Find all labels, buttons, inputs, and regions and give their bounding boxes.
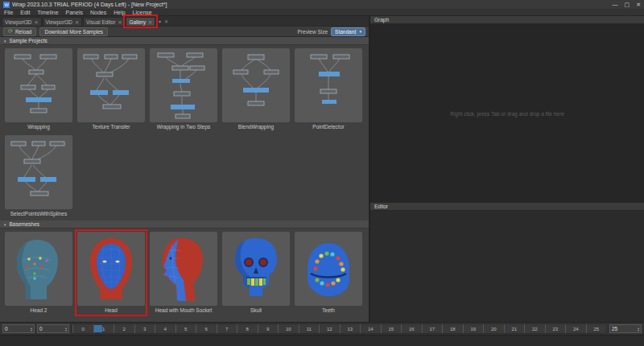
timeline-tick[interactable]: 13 xyxy=(340,324,361,333)
basemesh-item-head[interactable]: Head xyxy=(77,232,145,314)
editor-canvas[interactable] xyxy=(370,211,644,322)
download-label: Download More Samples xyxy=(44,29,103,35)
minimize-button[interactable]: — xyxy=(613,2,618,8)
gallery-item-wrapping-in-two-steps[interactable]: Wrapping in Two Steps xyxy=(150,48,217,130)
timeline-tick[interactable]: 4 xyxy=(155,324,175,333)
spinner-arrows: ▴ ▾ xyxy=(31,327,32,332)
timeline-tick[interactable]: 7 xyxy=(217,324,237,333)
sample-projects-grid: Wrapping Texture Transfer Wrapping in Tw… xyxy=(0,45,369,220)
timeline-tick[interactable]: 8 xyxy=(237,324,258,333)
collapse-arrow-icon: ▾ xyxy=(4,39,6,43)
download-more-samples-button[interactable]: Download More Samples xyxy=(39,27,108,36)
timeline-tick[interactable]: 21 xyxy=(504,324,525,333)
timeline-tick[interactable]: 25 xyxy=(586,324,607,333)
timeline-tick[interactable]: 3 xyxy=(134,324,155,333)
gallery-item-label: BlendWrapping xyxy=(238,124,274,130)
timeline-current-frame-spinner[interactable]: 0 ▴ ▾ xyxy=(2,324,35,333)
timeline-tick[interactable]: 16 xyxy=(401,324,422,333)
close-button[interactable]: ✕ xyxy=(636,2,641,8)
menu-item-license[interactable]: License xyxy=(133,10,152,15)
section-header-sample-projects[interactable]: ▾ Sample Projects xyxy=(0,37,369,45)
timeline-tick[interactable]: 5 xyxy=(175,324,196,333)
status-bar xyxy=(0,335,644,346)
reload-label: Reload xyxy=(15,29,32,35)
node-graph-thumbnail xyxy=(295,48,362,122)
gallery-item-label: SelectPointsWithSplines xyxy=(10,211,67,217)
timeline-tick[interactable]: 12 xyxy=(319,324,340,333)
graph-hint-text: Right click, press Tab or drag and drop … xyxy=(450,111,564,117)
timeline-tick[interactable]: 6 xyxy=(196,324,217,333)
timeline-tick[interactable]: 0 xyxy=(72,324,93,333)
timeline-tick[interactable]: 23 xyxy=(545,324,566,333)
gallery-panel: ▾ Sample Projects Wrapping Texture Trans… xyxy=(0,37,369,322)
gallery-item-pointdetector[interactable]: PointDetector xyxy=(295,48,362,130)
gallery-item-label: Skull xyxy=(250,307,262,314)
tab-viewport3d-2[interactable]: Viewport3D ✕ xyxy=(43,17,83,26)
gallery-item-wrapping[interactable]: Wrapping xyxy=(5,48,72,130)
timeline-playhead[interactable] xyxy=(94,325,102,332)
spinner-value: 0 xyxy=(39,326,43,332)
timeline-tick[interactable]: 19 xyxy=(463,324,484,333)
menu-item-nodes[interactable]: Nodes xyxy=(90,10,106,15)
gallery-toolbar: ⟳ Reload Download More Samples Preview S… xyxy=(0,26,369,37)
timeline-tick[interactable]: 22 xyxy=(524,324,545,333)
timeline-ruler[interactable]: 0123456789101112131415161718192021222324… xyxy=(72,323,607,334)
menu-item-panels[interactable]: Panels xyxy=(66,10,83,15)
menu-item-timeline[interactable]: Timeline xyxy=(37,10,58,15)
timeline-end-frame-spinner[interactable]: 25 ▴ ▾ xyxy=(609,324,642,333)
basemesh-item-head-with-mouth-socket[interactable]: Head with Mouth Socket xyxy=(150,232,217,314)
timeline-tick[interactable]: 9 xyxy=(258,324,279,333)
timeline-tick[interactable]: 10 xyxy=(278,324,299,333)
spinner-value: 0 xyxy=(5,326,8,332)
reload-button[interactable]: ⟳ Reload xyxy=(3,27,36,36)
tab-gallery[interactable]: Gallery ✕ xyxy=(126,17,155,26)
chevron-down-icon: ▾ xyxy=(359,29,361,34)
tab-close-icon[interactable]: ✕ xyxy=(75,19,79,25)
spin-down-icon[interactable]: ▾ xyxy=(65,329,67,332)
gallery-item-texture-transfer[interactable]: Texture Transfer xyxy=(77,48,145,130)
menu-item-file[interactable]: File xyxy=(4,10,13,15)
menu-bar: File Edit Timeline Panels Nodes Help Lic… xyxy=(0,9,644,16)
teeth-3d-thumbnail xyxy=(295,232,362,306)
panel-close-icon[interactable]: ✕ xyxy=(164,19,168,24)
editor-panel-header[interactable]: Editor xyxy=(370,203,644,211)
spin-down-icon[interactable]: ▾ xyxy=(31,329,32,332)
node-graph-thumbnail xyxy=(222,48,290,122)
timeline-bar: 0 ▴ ▾ 0 ▴ ▾ 0123456789101112131415161718… xyxy=(0,322,644,335)
undock-icon[interactable]: ▾ xyxy=(159,19,161,24)
gallery-item-selectpointswithsplines[interactable]: SelectPointsWithSplines xyxy=(5,135,72,217)
spinner-arrows: ▴ ▾ xyxy=(638,327,639,332)
preview-size-select[interactable]: Standard ▾ xyxy=(331,27,365,36)
gallery-item-blendwrapping[interactable]: BlendWrapping xyxy=(222,48,290,130)
timeline-tick[interactable]: 2 xyxy=(114,324,134,333)
preview-size-label: Preview Size xyxy=(298,29,328,35)
left-pane: Viewport3D ✕ Viewport3D ✕ Visual Editor … xyxy=(0,16,369,322)
timeline-start-frame-spinner[interactable]: 0 ▴ ▾ xyxy=(37,324,69,333)
basemesh-item-head2[interactable]: Head 2 xyxy=(5,232,72,314)
section-header-basemeshes[interactable]: ▾ Basemeshes xyxy=(0,220,369,229)
app-icon: W xyxy=(3,2,10,8)
timeline-tick[interactable]: 15 xyxy=(381,324,402,333)
maximize-button[interactable]: ▢ xyxy=(625,2,630,8)
gallery-item-label: Texture Transfer xyxy=(93,124,130,130)
menu-item-help[interactable]: Help xyxy=(114,10,125,15)
spin-down-icon[interactable]: ▾ xyxy=(638,329,639,332)
graph-canvas[interactable]: Right click, press Tab or drag and drop … xyxy=(370,24,644,203)
tab-close-icon[interactable]: ✕ xyxy=(118,19,122,25)
timeline-tick[interactable]: 18 xyxy=(442,324,463,333)
timeline-tick[interactable]: 20 xyxy=(483,324,504,333)
timeline-tick[interactable]: 24 xyxy=(565,324,586,333)
tab-label: Viewport3D xyxy=(5,19,31,25)
timeline-tick[interactable]: 17 xyxy=(422,324,443,333)
basemesh-item-teeth[interactable]: Teeth xyxy=(295,232,362,314)
tab-visual-editor[interactable]: Visual Editor ✕ xyxy=(83,17,125,26)
graph-panel-header[interactable]: Graph xyxy=(370,16,644,24)
timeline-tick[interactable]: 14 xyxy=(360,324,381,333)
tab-viewport3d-1[interactable]: Viewport3D ✕ xyxy=(2,17,42,26)
timeline-tick[interactable]: 11 xyxy=(299,324,320,333)
menu-item-edit[interactable]: Edit xyxy=(20,10,30,15)
basemesh-item-skull[interactable]: Skull xyxy=(222,232,290,314)
tab-close-icon[interactable]: ✕ xyxy=(34,19,38,25)
graph-panel-title: Graph xyxy=(374,17,389,23)
tab-close-icon[interactable]: ✕ xyxy=(148,19,152,25)
